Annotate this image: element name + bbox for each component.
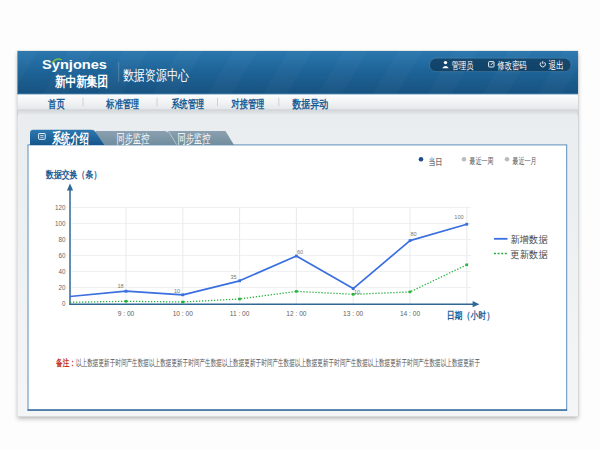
svg-text:最近一周: 最近一周 [469, 156, 494, 166]
svg-text:最近一月: 最近一月 [512, 156, 537, 166]
svg-text:100: 100 [454, 214, 463, 220]
svg-text:退出: 退出 [549, 59, 564, 71]
svg-text:60: 60 [297, 249, 303, 255]
svg-text:新中新集团: 新中新集团 [54, 74, 108, 89]
svg-text:0: 0 [62, 300, 66, 307]
svg-text:当日: 当日 [429, 156, 443, 167]
svg-text:80: 80 [58, 236, 66, 243]
svg-text:10: 10 [174, 288, 180, 294]
svg-text:9 : 00: 9 : 00 [118, 310, 135, 317]
svg-text:系统管理: 系统管理 [171, 97, 205, 110]
svg-text:数据异动: 数据异动 [292, 98, 329, 111]
svg-text:14 : 00: 14 : 00 [400, 310, 420, 317]
svg-text:数据资源中心: 数据资源中心 [123, 67, 189, 83]
svg-text:修改密码: 修改密码 [497, 59, 527, 71]
svg-text:100: 100 [55, 220, 66, 227]
svg-text:对接管理: 对接管理 [231, 98, 265, 110]
svg-text:13 : 00: 13 : 00 [343, 310, 363, 317]
svg-text:60: 60 [58, 252, 66, 259]
svg-text:35: 35 [230, 274, 236, 280]
svg-text:备注：以上数据更新于时间产生数据以上数据更新于时间产生数据以: 备注：以上数据更新于时间产生数据以上数据更新于时间产生数据以上数据更新于时间产生… [55, 357, 480, 368]
svg-text:数据交换（条）: 数据交换（条） [45, 169, 101, 180]
svg-text:首页: 首页 [47, 98, 65, 111]
svg-text:标准管理: 标准管理 [106, 98, 140, 110]
svg-text:12 : 00: 12 : 00 [286, 310, 306, 317]
svg-text:10 : 00: 10 : 00 [173, 310, 193, 317]
svg-text:120: 120 [55, 204, 66, 211]
svg-text:同步监控: 同步监控 [117, 132, 150, 146]
svg-text:18: 18 [117, 283, 123, 289]
svg-text:10: 10 [354, 289, 360, 295]
svg-text:管理员: 管理员 [452, 59, 474, 71]
svg-text:新增数据: 新增数据 [511, 234, 549, 245]
svg-text:40: 40 [58, 268, 66, 275]
svg-text:更新数据: 更新数据 [511, 249, 549, 260]
svg-text:同步监控: 同步监控 [178, 132, 211, 146]
svg-text:系统介绍: 系统介绍 [51, 130, 89, 146]
svg-text:11 : 00: 11 : 00 [230, 310, 250, 317]
svg-text:80: 80 [410, 231, 416, 237]
svg-text:20: 20 [58, 284, 66, 291]
svg-text:Synjones: Synjones [42, 57, 107, 72]
svg-text:日期（小时）: 日期（小时） [447, 310, 494, 321]
